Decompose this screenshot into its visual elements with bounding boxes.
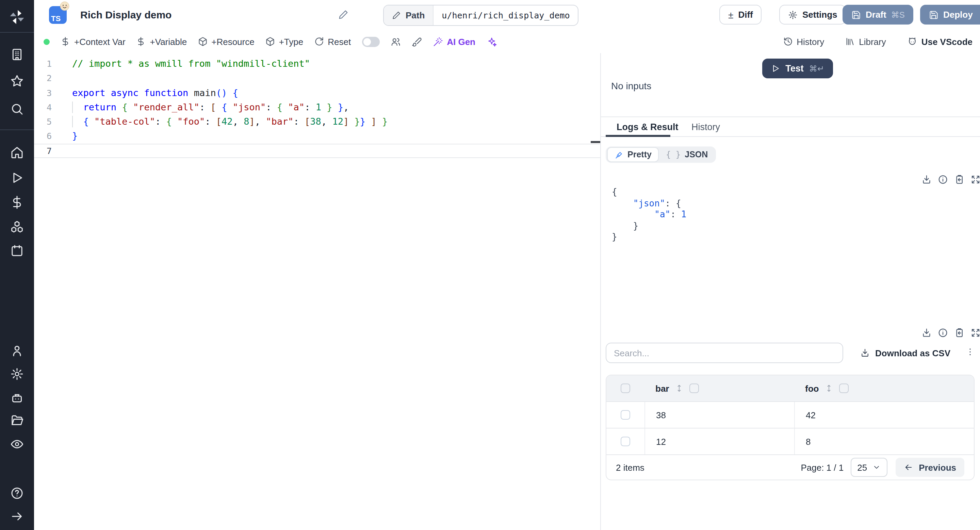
download-as-csv-button[interactable]: Download as CSV: [860, 348, 950, 358]
token: }: [338, 102, 343, 112]
copy-clipboard-icon[interactable]: [954, 174, 964, 185]
column-label: bar: [655, 383, 669, 393]
tab-history[interactable]: History: [692, 117, 720, 137]
token: () {: [216, 87, 238, 98]
add-variable-button[interactable]: +Variable: [137, 37, 187, 47]
token: :: [266, 102, 277, 112]
code-line: 1// import * as wmill from "windmill-cli…: [34, 57, 600, 71]
add-variable-label: +Variable: [150, 37, 187, 47]
previous-page-button[interactable]: Previous: [896, 458, 964, 477]
table-row: 128: [606, 428, 974, 454]
diff-button[interactable]: ± Diff: [719, 5, 762, 24]
line-number: 1: [34, 57, 52, 71]
settings-button[interactable]: Settings: [779, 5, 846, 24]
page-size-select[interactable]: 25: [850, 458, 888, 477]
sidebar-item-settings-gear-icon[interactable]: [0, 367, 34, 381]
column-checkbox[interactable]: [839, 383, 849, 393]
expand-fullscreen-icon[interactable]: [970, 328, 980, 338]
sidebar-divider: [0, 32, 34, 33]
token: :: [199, 102, 211, 112]
row-checkbox[interactable]: [620, 410, 630, 420]
table-menu-kebab-icon[interactable]: [965, 346, 975, 359]
sidebar-item-favorites-star-icon[interactable]: [0, 74, 34, 88]
token: "json": [233, 102, 266, 112]
sidebar-item-folders-folder-icon[interactable]: [0, 413, 34, 427]
token: ]: [343, 116, 349, 127]
ai-sparkles-button[interactable]: [486, 37, 496, 47]
sidebar-item-workspace-building-icon[interactable]: [0, 48, 34, 61]
row-checkbox[interactable]: [620, 437, 630, 446]
dollar-icon: [137, 37, 146, 46]
download-icon[interactable]: [921, 174, 932, 185]
line-number: 7: [34, 144, 52, 158]
edit-title-pencil-icon[interactable]: [338, 10, 348, 22]
sidebar-item-resources-cubes-icon[interactable]: [0, 220, 34, 234]
add-resource-button[interactable]: +Resource: [198, 37, 254, 47]
view-pretty-button[interactable]: Pretty: [607, 147, 659, 162]
page-title: Rich Display demo: [80, 9, 172, 21]
download-icon[interactable]: [921, 328, 932, 338]
active-tab-underline: [606, 135, 670, 137]
sidebar-item-search-icon[interactable]: [0, 102, 34, 116]
token: {: [277, 102, 282, 112]
token: :: [305, 102, 316, 112]
info-icon[interactable]: [938, 328, 948, 338]
sidebar-item-workers-robot-icon[interactable]: [0, 391, 34, 405]
library-button[interactable]: Library: [845, 37, 886, 47]
reset-button[interactable]: Reset: [314, 37, 351, 47]
token: 42: [221, 116, 233, 127]
copy-clipboard-icon[interactable]: [954, 328, 964, 338]
sidebar-item-users-person-icon[interactable]: [0, 344, 34, 358]
deploy-button[interactable]: Deploy: [920, 5, 980, 24]
format-code-brush-button[interactable]: [411, 37, 422, 47]
library-icon: [845, 37, 855, 46]
test-run-button[interactable]: Test ⌘↵: [762, 59, 833, 78]
token: }: [327, 102, 332, 112]
sidebar-item-schedules-calendar-icon[interactable]: [0, 244, 34, 257]
magic-wand-icon: [433, 37, 443, 47]
sidebar-expand-arrow-right-icon[interactable]: [0, 509, 34, 523]
view-json-button[interactable]: { } JSON: [659, 148, 714, 161]
token: "a": [654, 209, 670, 219]
sort-icon[interactable]: [825, 384, 833, 393]
add-type-button[interactable]: +Type: [266, 37, 304, 47]
result-json-line: {: [612, 187, 686, 198]
draft-button[interactable]: Draft ⌘S: [843, 5, 914, 24]
multiplayer-toggle[interactable]: [362, 37, 379, 47]
sidebar-item-help-question-icon[interactable]: [0, 486, 34, 500]
token: [612, 209, 654, 219]
add-context-var-button[interactable]: +Context Var: [60, 37, 126, 47]
code-line: 4 return { "render_all": [ { "json": { "…: [34, 100, 600, 115]
path-button[interactable]: Path u/henri/rich_display_demo: [383, 5, 579, 26]
ai-gen-button[interactable]: AI Gen: [433, 37, 476, 47]
download-icon: [860, 348, 870, 358]
sidebar-item-home-icon[interactable]: [0, 146, 34, 160]
result-json: { "json": { "a": 1 }}: [612, 187, 686, 243]
token: [349, 116, 354, 127]
history-button[interactable]: History: [783, 37, 824, 47]
ai-gen-label: AI Gen: [447, 37, 476, 47]
code-editor[interactable]: 1// import * as wmill from "windmill-cli…: [34, 53, 600, 530]
multiplayer-users-button[interactable]: [390, 37, 401, 47]
table-cell: 38: [644, 402, 794, 428]
windmill-logo-icon[interactable]: [0, 8, 34, 26]
sidebar-item-audit-logs-eye-icon[interactable]: [0, 437, 34, 451]
select-all-checkbox[interactable]: [620, 383, 630, 393]
sidebar-item-variables-dollar-icon[interactable]: [0, 196, 34, 209]
package-icon: [198, 37, 207, 46]
token: }: [612, 220, 638, 231]
expand-fullscreen-icon[interactable]: [970, 174, 980, 185]
info-icon[interactable]: [938, 174, 948, 185]
column-checkbox[interactable]: [689, 383, 699, 393]
tab-logs-and-result[interactable]: Logs & Result: [617, 117, 679, 137]
search-input[interactable]: [606, 343, 843, 363]
sort-icon[interactable]: [675, 384, 683, 393]
token: "foo": [177, 116, 205, 127]
use-vscode-button[interactable]: Use VScode: [907, 37, 972, 47]
highlighter-icon: [614, 150, 624, 159]
line-number: 2: [34, 71, 52, 86]
toggle-knob: [363, 38, 371, 45]
use-vscode-label: Use VScode: [921, 37, 972, 47]
sidebar-item-runs-play-icon[interactable]: [0, 171, 34, 185]
token: ]: [249, 116, 255, 127]
